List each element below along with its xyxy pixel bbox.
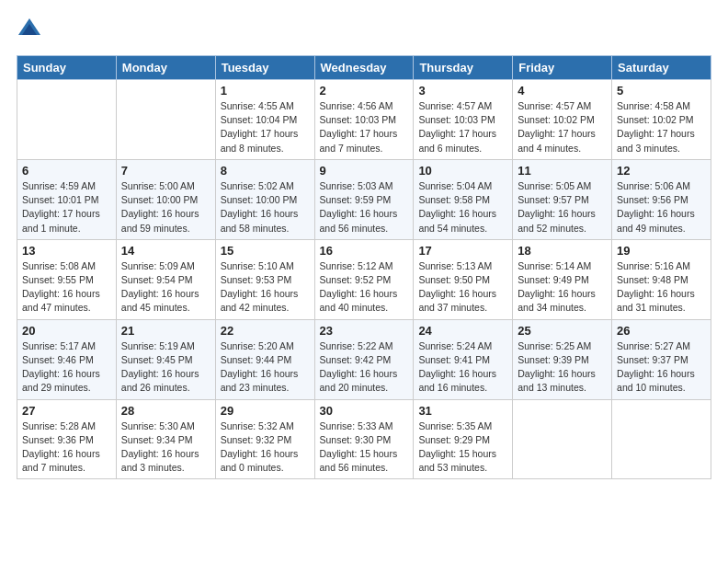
sunset-text: Sunset: 9:46 PM	[22, 353, 111, 367]
sunset-text: Sunset: 9:48 PM	[617, 273, 706, 287]
day-number: 19	[617, 244, 706, 258]
calendar-cell: 30Sunrise: 5:33 AMSunset: 9:30 PMDayligh…	[314, 399, 414, 479]
calendar-header-sunday: Sunday	[17, 56, 117, 80]
calendar-cell	[513, 399, 612, 479]
sunrise-text: Sunrise: 4:59 AM	[22, 179, 111, 193]
calendar-cell	[17, 80, 117, 160]
day-info: Sunrise: 5:16 AMSunset: 9:48 PMDaylight:…	[617, 259, 706, 316]
day-number: 17	[418, 244, 507, 258]
sunrise-text: Sunrise: 5:16 AM	[617, 259, 706, 273]
sunrise-text: Sunrise: 5:17 AM	[22, 339, 111, 353]
day-number: 5	[617, 84, 706, 98]
calendar-cell: 13Sunrise: 5:08 AMSunset: 9:55 PMDayligh…	[17, 239, 117, 319]
calendar-cell: 27Sunrise: 5:28 AMSunset: 9:36 PMDayligh…	[17, 399, 117, 479]
day-info: Sunrise: 5:28 AMSunset: 9:36 PMDaylight:…	[22, 419, 111, 476]
calendar-cell: 24Sunrise: 5:24 AMSunset: 9:41 PMDayligh…	[414, 319, 513, 399]
sunrise-text: Sunrise: 4:56 AM	[320, 99, 409, 113]
day-number: 15	[221, 244, 310, 258]
daylight-text: Daylight: 16 hours and 49 minutes.	[617, 207, 706, 235]
sunrise-text: Sunrise: 5:27 AM	[617, 339, 706, 353]
calendar-cell: 28Sunrise: 5:30 AMSunset: 9:34 PMDayligh…	[116, 399, 215, 479]
sunrise-text: Sunrise: 5:02 AM	[221, 179, 310, 193]
calendar-cell: 9Sunrise: 5:03 AMSunset: 9:59 PMDaylight…	[314, 159, 414, 239]
calendar-cell: 6Sunrise: 4:59 AMSunset: 10:01 PMDayligh…	[17, 159, 117, 239]
calendar-cell: 25Sunrise: 5:25 AMSunset: 9:39 PMDayligh…	[513, 319, 612, 399]
day-info: Sunrise: 5:13 AMSunset: 9:50 PMDaylight:…	[418, 259, 507, 316]
day-number: 28	[121, 404, 210, 418]
day-info: Sunrise: 5:27 AMSunset: 9:37 PMDaylight:…	[617, 339, 706, 396]
sunset-text: Sunset: 9:56 PM	[617, 193, 706, 207]
day-number: 3	[418, 84, 507, 98]
calendar-cell: 19Sunrise: 5:16 AMSunset: 9:48 PMDayligh…	[612, 239, 711, 319]
sunrise-text: Sunrise: 4:57 AM	[418, 99, 507, 113]
daylight-text: Daylight: 16 hours and 56 minutes.	[320, 207, 409, 235]
day-info: Sunrise: 5:19 AMSunset: 9:45 PMDaylight:…	[121, 339, 210, 396]
day-number: 10	[418, 164, 507, 178]
daylight-text: Daylight: 16 hours and 23 minutes.	[221, 367, 310, 395]
daylight-text: Daylight: 15 hours and 53 minutes.	[418, 447, 507, 475]
day-number: 11	[518, 164, 607, 178]
sunrise-text: Sunrise: 5:19 AM	[121, 339, 210, 353]
day-number: 6	[22, 164, 111, 178]
daylight-text: Daylight: 16 hours and 37 minutes.	[418, 287, 507, 315]
calendar-header-row: SundayMondayTuesdayWednesdayThursdayFrid…	[17, 56, 711, 80]
day-number: 26	[617, 324, 706, 338]
sunset-text: Sunset: 9:53 PM	[221, 273, 310, 287]
calendar-cell: 11Sunrise: 5:05 AMSunset: 9:57 PMDayligh…	[513, 159, 612, 239]
day-info: Sunrise: 5:25 AMSunset: 9:39 PMDaylight:…	[518, 339, 607, 396]
day-number: 23	[320, 324, 409, 338]
sunrise-text: Sunrise: 5:03 AM	[320, 179, 409, 193]
day-info: Sunrise: 5:08 AMSunset: 9:55 PMDaylight:…	[22, 259, 111, 316]
calendar-header-friday: Friday	[513, 56, 612, 80]
sunrise-text: Sunrise: 5:08 AM	[22, 259, 111, 273]
daylight-text: Daylight: 16 hours and 58 minutes.	[221, 207, 310, 235]
day-number: 7	[121, 164, 210, 178]
calendar-cell	[612, 399, 711, 479]
day-info: Sunrise: 5:09 AMSunset: 9:54 PMDaylight:…	[121, 259, 210, 316]
sunrise-text: Sunrise: 5:32 AM	[221, 419, 310, 433]
day-info: Sunrise: 5:12 AMSunset: 9:52 PMDaylight:…	[320, 259, 409, 316]
daylight-text: Daylight: 17 hours and 1 minute.	[22, 207, 111, 235]
sunset-text: Sunset: 9:34 PM	[121, 433, 210, 447]
daylight-text: Daylight: 17 hours and 3 minutes.	[617, 127, 706, 155]
day-number: 20	[22, 324, 111, 338]
sunrise-text: Sunrise: 5:13 AM	[418, 259, 507, 273]
sunset-text: Sunset: 9:54 PM	[121, 273, 210, 287]
day-info: Sunrise: 5:10 AMSunset: 9:53 PMDaylight:…	[221, 259, 310, 316]
sunset-text: Sunset: 10:01 PM	[22, 193, 111, 207]
sunrise-text: Sunrise: 4:57 AM	[518, 99, 607, 113]
sunset-text: Sunset: 9:57 PM	[518, 193, 607, 207]
day-info: Sunrise: 5:22 AMSunset: 9:42 PMDaylight:…	[320, 339, 409, 396]
sunrise-text: Sunrise: 4:58 AM	[617, 99, 706, 113]
sunrise-text: Sunrise: 5:22 AM	[320, 339, 409, 353]
daylight-text: Daylight: 16 hours and 45 minutes.	[121, 287, 210, 315]
calendar-week-5: 27Sunrise: 5:28 AMSunset: 9:36 PMDayligh…	[17, 399, 711, 479]
calendar-cell: 10Sunrise: 5:04 AMSunset: 9:58 PMDayligh…	[414, 159, 513, 239]
day-info: Sunrise: 5:32 AMSunset: 9:32 PMDaylight:…	[221, 419, 310, 476]
sunrise-text: Sunrise: 5:09 AM	[121, 259, 210, 273]
day-number: 2	[320, 84, 409, 98]
sunrise-text: Sunrise: 5:12 AM	[320, 259, 409, 273]
sunset-text: Sunset: 9:37 PM	[617, 353, 706, 367]
sunrise-text: Sunrise: 5:10 AM	[221, 259, 310, 273]
day-number: 4	[518, 84, 607, 98]
sunset-text: Sunset: 9:29 PM	[418, 433, 507, 447]
daylight-text: Daylight: 16 hours and 20 minutes.	[320, 367, 409, 395]
calendar-cell: 4Sunrise: 4:57 AMSunset: 10:02 PMDayligh…	[513, 80, 612, 160]
day-info: Sunrise: 4:56 AMSunset: 10:03 PMDaylight…	[320, 99, 409, 155]
calendar-cell: 26Sunrise: 5:27 AMSunset: 9:37 PMDayligh…	[612, 319, 711, 399]
day-info: Sunrise: 5:04 AMSunset: 9:58 PMDaylight:…	[418, 179, 507, 236]
day-info: Sunrise: 5:24 AMSunset: 9:41 PMDaylight:…	[418, 339, 507, 396]
day-info: Sunrise: 4:58 AMSunset: 10:02 PMDaylight…	[617, 99, 706, 155]
day-number: 27	[22, 404, 111, 418]
day-number: 21	[121, 324, 210, 338]
calendar-cell	[116, 80, 215, 160]
day-info: Sunrise: 5:14 AMSunset: 9:49 PMDaylight:…	[518, 259, 607, 316]
calendar-cell: 2Sunrise: 4:56 AMSunset: 10:03 PMDayligh…	[314, 80, 414, 160]
sunrise-text: Sunrise: 5:33 AM	[320, 419, 409, 433]
day-info: Sunrise: 5:17 AMSunset: 9:46 PMDaylight:…	[22, 339, 111, 396]
daylight-text: Daylight: 16 hours and 40 minutes.	[320, 287, 409, 315]
day-number: 22	[221, 324, 310, 338]
calendar-week-4: 20Sunrise: 5:17 AMSunset: 9:46 PMDayligh…	[17, 319, 711, 399]
calendar-header-thursday: Thursday	[414, 56, 513, 80]
